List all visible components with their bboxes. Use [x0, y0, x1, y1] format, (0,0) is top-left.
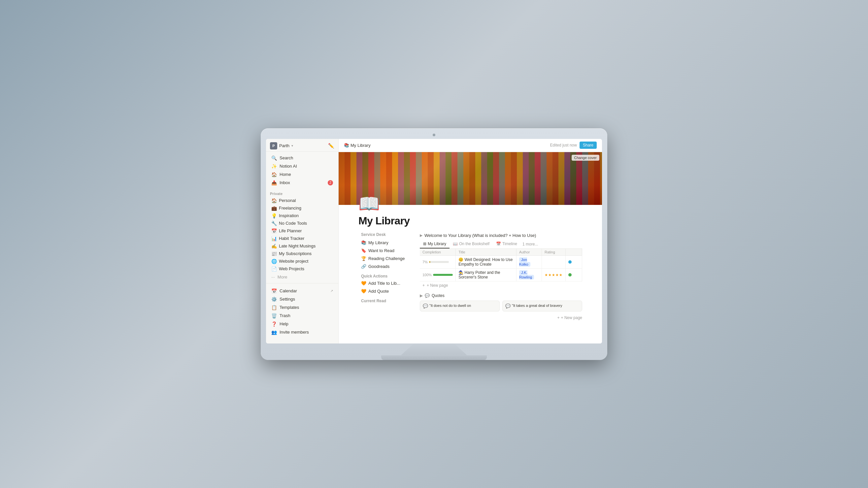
dot-green: [568, 273, 571, 276]
plus-icon-bottom: +: [557, 316, 560, 320]
search-label: Search: [280, 155, 293, 160]
sidebar-item-inbox[interactable]: 📥 Inbox 2: [267, 179, 337, 187]
sidebar-item-invite[interactable]: 👥 Invite members: [267, 328, 337, 336]
new-page-label: + New page: [427, 283, 448, 288]
share-button[interactable]: Share: [580, 141, 597, 149]
invite-label: Invite members: [280, 330, 309, 334]
sidebar-item-my-subscriptions[interactable]: 📰My Subscriptions: [267, 250, 337, 257]
quotes-icon-emoji: 💬: [425, 293, 430, 298]
action-btn-add-title-to-lib...[interactable]: 🧡Add Title to Lib...: [359, 280, 414, 287]
author-tag: Jon Kolko: [519, 257, 530, 267]
more-tabs[interactable]: 1 more...: [521, 240, 540, 248]
templates-icon: 📋: [271, 305, 277, 310]
trash-label: Trash: [280, 313, 290, 318]
toggle-row[interactable]: ▶ Welcome to Your Library (What is inclu…: [420, 231, 582, 240]
books-table: Completion Title Author Rating 7%: [420, 249, 582, 282]
sidebar-item-inspiration[interactable]: 💡Inspiration: [267, 212, 337, 220]
sidebar-item-home[interactable]: 🏠 Home: [267, 171, 337, 178]
page-body: Change cover 📖 My Library Service Desk: [339, 152, 602, 344]
sidebar-item-website-project[interactable]: 🌐Website project: [267, 258, 337, 265]
private-section-label: Private: [266, 189, 338, 197]
action-icon: 🧡: [361, 289, 366, 294]
sidebar-item-emoji: ✍️: [271, 243, 277, 249]
sidebar-item-calendar[interactable]: 📅 Calendar ↗: [267, 287, 337, 295]
sidebar-item-label: No Code Tools: [279, 221, 307, 226]
quote-card: 💬"It takes a great deal of bravery: [502, 301, 582, 312]
sidebar-item-settings[interactable]: ⚙️ Settings: [267, 295, 337, 303]
sidebar-item-notion-ai[interactable]: ✨ Notion AI: [267, 162, 337, 170]
table-row[interactable]: 7% 😊 Well Designed: How to Use Empathy t…: [420, 255, 582, 268]
more-icon: ···: [271, 274, 275, 280]
col-actions: [566, 249, 582, 256]
tab-my-library-label: My Library: [428, 241, 446, 246]
completion-cell: 7%: [420, 255, 456, 268]
change-cover-button[interactable]: Change cover: [571, 155, 600, 161]
nav-link-want-to-read[interactable]: 🔖Want to Read: [359, 247, 414, 254]
tab-bookshelf[interactable]: 📖 On the Bookshelf: [450, 240, 493, 249]
sidebar-item-personal[interactable]: 🏠Personal: [267, 197, 337, 204]
col-author: Author: [517, 249, 542, 256]
sidebar-item-label: Website project: [279, 259, 308, 264]
sidebar-item-help[interactable]: ❓ Help: [267, 320, 337, 328]
left-column: Service Desk 📚My Library🔖Want to Read🏆Re…: [359, 231, 414, 321]
sidebar-item-emoji: 🌐: [271, 259, 277, 264]
page-header-bar: 📚 My Library Edited just now Share: [339, 139, 602, 152]
tab-my-library[interactable]: ⊞ My Library: [420, 240, 450, 249]
quotes-header[interactable]: ▶ 💬 Quotes: [420, 292, 582, 299]
table-row[interactable]: 100% 🧙 Harry Potter and the Sorcerer's S…: [420, 268, 582, 281]
sidebar-footer: 📅 Calendar ↗ ⚙️ Settings 📋 Templates 🗑️ …: [266, 285, 338, 338]
page-title[interactable]: My Library: [359, 215, 582, 227]
page-icon[interactable]: 📖: [359, 195, 582, 212]
sidebar-nav: 🔍 Search ✨ Notion AI 🏠 Home 📥 Inbox 2: [266, 152, 338, 189]
row-actions-cell: [566, 255, 582, 268]
new-page-row[interactable]: + + New page: [420, 282, 582, 289]
nav-link-label: Want to Read: [368, 248, 394, 253]
col-title: Title: [456, 249, 517, 256]
nav-link-icon: 🔖: [361, 248, 366, 253]
avatar: P: [270, 142, 277, 150]
sidebar-item-emoji: 📄: [271, 266, 277, 271]
sidebar-item-more[interactable]: ··· More: [267, 273, 337, 281]
progress-bar: [429, 261, 449, 263]
home-label: Home: [280, 172, 291, 177]
nav-link-reading-challenge[interactable]: 🏆Reading Challenge: [359, 255, 414, 262]
user-menu[interactable]: P Parth ▾: [270, 142, 293, 150]
sidebar-item-trash[interactable]: 🗑️ Trash: [267, 312, 337, 320]
sidebar-item-templates[interactable]: 📋 Templates: [267, 303, 337, 312]
new-page-bottom[interactable]: + + New page: [420, 314, 582, 321]
rating-stars: ★★★★★: [545, 273, 563, 277]
sidebar-item-no-code-tools[interactable]: 🔧No Code Tools: [267, 220, 337, 227]
page-icon-area: 📖: [339, 195, 602, 212]
nav-link-my-library[interactable]: 📚My Library: [359, 239, 414, 247]
rating-cell: [541, 255, 565, 268]
toggle-label: Welcome to Your Library (What is include…: [425, 233, 536, 238]
sidebar-item-label: Habit Tracker: [279, 236, 304, 241]
sidebar-item-emoji: 🔧: [271, 221, 277, 226]
sidebar-item-search[interactable]: 🔍 Search: [267, 154, 337, 162]
dot-blue: [568, 260, 571, 264]
quote-speech-icon: 💬: [505, 303, 510, 308]
sidebar-item-emoji: 💡: [271, 213, 277, 219]
sidebar-item-web-projects[interactable]: 📄Web Projects: [267, 265, 337, 272]
sidebar-item-late-night-musings[interactable]: ✍️Late Night Musings: [267, 242, 337, 250]
toggle-arrow-icon: ▶: [420, 233, 423, 237]
right-column: ▶ Welcome to Your Library (What is inclu…: [420, 231, 582, 321]
row-emoji: 😊: [458, 257, 463, 262]
main-content: 📚 My Library Edited just now Share Chang…: [339, 139, 602, 344]
nav-link-goodreads[interactable]: 🔗Goodreads: [359, 263, 414, 270]
rating-cell: ★★★★★: [541, 268, 565, 281]
pct-label: 7%: [423, 260, 428, 264]
table-icon: ⊞: [423, 241, 426, 246]
row-actions-cell: [566, 268, 582, 281]
sidebar-item-habit-tracker[interactable]: 📊Habit Tracker: [267, 235, 337, 242]
screen: P Parth ▾ ✏️ 🔍 Search ✨ Notion AI 🏠 Home: [266, 139, 602, 344]
notion-ai-icon: ✨: [271, 164, 277, 169]
sidebar-item-life-planner[interactable]: 📅Life Planner: [267, 227, 337, 235]
sidebar-item-freelancing[interactable]: 💼Freelancing: [267, 204, 337, 212]
completion-cell: 100%: [420, 268, 456, 281]
nav-link-label: Goodreads: [368, 264, 390, 269]
action-btn-add-quote[interactable]: 🧡Add Quote: [359, 287, 414, 295]
tab-timeline[interactable]: 📅 Timeline: [493, 240, 521, 249]
sidebar-divider: [266, 283, 338, 284]
edit-icon[interactable]: ✏️: [328, 143, 334, 149]
